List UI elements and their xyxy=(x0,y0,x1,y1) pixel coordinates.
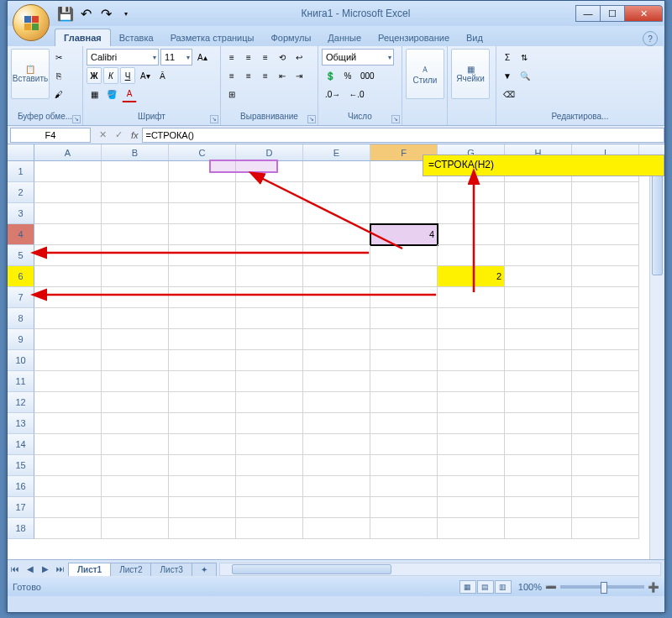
cell[interactable] xyxy=(102,476,169,497)
horizontal-scrollbar[interactable] xyxy=(219,563,661,576)
cell[interactable] xyxy=(505,434,572,455)
cell[interactable] xyxy=(572,413,639,434)
cell[interactable] xyxy=(303,413,370,434)
cancel-formula-icon[interactable]: ✕ xyxy=(95,128,110,143)
zoom-level[interactable]: 100% xyxy=(518,582,542,592)
cell[interactable] xyxy=(169,329,236,350)
row-header[interactable]: 16 xyxy=(8,476,34,497)
cell[interactable] xyxy=(572,266,639,287)
percent-icon[interactable]: % xyxy=(340,67,355,84)
cell[interactable] xyxy=(303,203,370,224)
align-middle-icon[interactable]: ≡ xyxy=(241,49,256,65)
cell[interactable] xyxy=(102,203,169,224)
cell[interactable] xyxy=(303,329,370,350)
row-header[interactable]: 4 xyxy=(8,224,34,245)
copy-icon[interactable]: ⎘ xyxy=(51,67,66,84)
bold-button[interactable]: Ж xyxy=(87,67,102,84)
cell[interactable] xyxy=(572,518,639,539)
cell[interactable] xyxy=(438,434,505,455)
cell[interactable] xyxy=(438,371,505,392)
cell[interactable] xyxy=(572,392,639,413)
cell[interactable] xyxy=(102,371,169,392)
comma-icon[interactable]: 000 xyxy=(357,67,378,84)
row-header[interactable]: 6 xyxy=(8,266,34,287)
enter-formula-icon[interactable]: ✓ xyxy=(111,128,126,143)
cell[interactable] xyxy=(34,455,102,476)
cell[interactable] xyxy=(303,371,370,392)
cell[interactable] xyxy=(102,434,169,455)
increase-decimal-icon[interactable]: .0→ xyxy=(322,86,344,102)
save-icon[interactable]: 💾 xyxy=(56,4,75,23)
cell[interactable] xyxy=(370,266,438,287)
cell[interactable] xyxy=(169,203,236,224)
font-name-combo[interactable]: Calibri xyxy=(87,49,159,65)
cell[interactable] xyxy=(303,350,370,371)
cell[interactable]: 4 xyxy=(370,224,438,245)
cell[interactable] xyxy=(370,434,438,455)
help-icon[interactable]: ? xyxy=(643,31,658,46)
cell[interactable] xyxy=(236,413,303,434)
column-header[interactable]: C xyxy=(169,144,236,160)
cell[interactable] xyxy=(34,371,102,392)
row-header[interactable]: 17 xyxy=(8,497,34,518)
number-dialog-launcher[interactable]: ↘ xyxy=(391,115,400,123)
cell[interactable] xyxy=(303,224,370,245)
cell[interactable] xyxy=(438,224,505,245)
view-normal-icon[interactable]: ▦ xyxy=(459,580,476,594)
cell[interactable] xyxy=(505,245,572,266)
tab-data[interactable]: Данные xyxy=(319,29,370,46)
currency-icon[interactable]: 💲 xyxy=(322,67,339,84)
cell[interactable] xyxy=(34,203,102,224)
cell[interactable] xyxy=(169,413,236,434)
cell[interactable] xyxy=(438,308,505,329)
cell[interactable] xyxy=(34,434,102,455)
paste-button[interactable]: 📋Вставить xyxy=(11,49,50,99)
cell[interactable] xyxy=(102,245,169,266)
cell[interactable] xyxy=(438,413,505,434)
cell[interactable] xyxy=(236,476,303,497)
cell[interactable] xyxy=(34,287,102,308)
row-header[interactable]: 7 xyxy=(8,287,34,308)
cell[interactable] xyxy=(102,308,169,329)
undo-icon[interactable]: ↶ xyxy=(76,4,95,23)
cell[interactable] xyxy=(303,518,370,539)
cell[interactable] xyxy=(34,518,102,539)
cell[interactable] xyxy=(572,245,639,266)
cell[interactable] xyxy=(370,308,438,329)
font-more-icon[interactable]: Ǎ xyxy=(155,67,171,84)
name-box[interactable]: F4 xyxy=(10,128,91,143)
grow-font-icon[interactable]: A▴ xyxy=(194,49,211,65)
column-header[interactable]: A xyxy=(34,144,102,160)
clear-icon[interactable]: ⌫ xyxy=(500,86,518,102)
vertical-scrollbar[interactable] xyxy=(649,161,664,559)
cell[interactable] xyxy=(505,476,572,497)
cell[interactable] xyxy=(236,518,303,539)
view-pagebreak-icon[interactable]: ▥ xyxy=(495,580,512,594)
cell[interactable] xyxy=(34,392,102,413)
cell[interactable] xyxy=(370,392,438,413)
cell[interactable] xyxy=(370,371,438,392)
cell[interactable] xyxy=(438,350,505,371)
cell[interactable] xyxy=(572,308,639,329)
sheet-nav-last-icon[interactable]: ⏭ xyxy=(53,564,68,573)
fill-color-icon[interactable]: 🪣 xyxy=(103,86,120,102)
cell[interactable] xyxy=(169,287,236,308)
cell[interactable] xyxy=(572,371,639,392)
cell[interactable] xyxy=(370,497,438,518)
cell[interactable] xyxy=(169,308,236,329)
cell[interactable] xyxy=(572,476,639,497)
alignment-dialog-launcher[interactable]: ↘ xyxy=(307,115,316,123)
cell[interactable] xyxy=(505,518,572,539)
cell[interactable] xyxy=(169,266,236,287)
cell[interactable] xyxy=(438,392,505,413)
row-header[interactable]: 14 xyxy=(8,434,34,455)
cell[interactable] xyxy=(505,182,572,203)
zoom-slider[interactable] xyxy=(560,585,644,589)
cell[interactable] xyxy=(236,371,303,392)
cell[interactable] xyxy=(505,497,572,518)
cell[interactable] xyxy=(303,182,370,203)
row-header[interactable]: 9 xyxy=(8,329,34,350)
cell[interactable] xyxy=(236,308,303,329)
qat-dropdown-icon[interactable]: ▾ xyxy=(117,4,135,23)
sheet-nav-first-icon[interactable]: ⏮ xyxy=(8,564,23,573)
